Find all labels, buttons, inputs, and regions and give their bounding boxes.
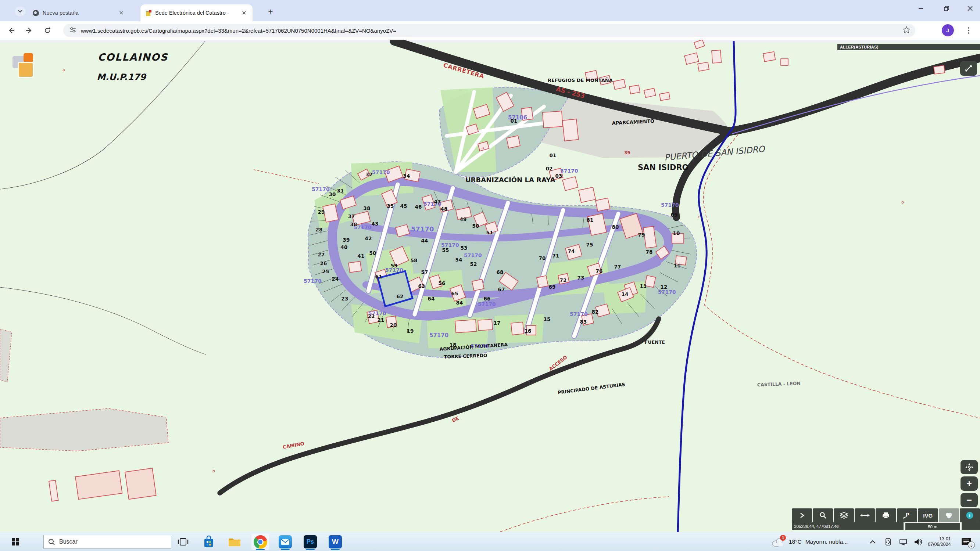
building xyxy=(506,135,520,148)
print-icon[interactable] xyxy=(876,508,896,522)
parcel-number-53: 53 xyxy=(461,245,468,251)
tab-catastro[interactable]: Sede Electrónica del Catastro - xyxy=(140,5,253,21)
parcel-number-61: 61 xyxy=(375,274,382,279)
ivg-button[interactable]: IVG xyxy=(918,508,938,522)
weather-badge: 1 xyxy=(780,535,786,541)
parcel-number-38: 38 xyxy=(364,205,371,211)
reload-icon[interactable] xyxy=(40,24,54,38)
forward-icon[interactable] xyxy=(22,24,36,38)
parcel-number-48: 48 xyxy=(441,206,448,212)
expand-toolbar-icon[interactable] xyxy=(792,508,812,522)
parcel-number-43: 43 xyxy=(372,221,379,227)
map-label-57170: 57170 xyxy=(304,278,321,284)
fullscreen-icon[interactable] xyxy=(960,61,977,76)
parcel-number-51: 51 xyxy=(486,230,493,235)
task-view-button[interactable] xyxy=(174,534,192,550)
parcel-number-12: 12 xyxy=(660,284,668,290)
file-explorer-icon[interactable] xyxy=(226,534,243,550)
photoshop-icon[interactable]: Ps xyxy=(301,534,319,550)
close-button[interactable] xyxy=(956,0,980,17)
search-input[interactable]: Buscar xyxy=(43,535,171,549)
parcel-number-49: 49 xyxy=(460,216,467,222)
site-settings-icon[interactable] xyxy=(69,27,76,35)
svg-text:i: i xyxy=(969,513,970,518)
building xyxy=(781,59,788,65)
mail-icon[interactable] xyxy=(277,534,294,550)
parcel-number-46: 46 xyxy=(415,204,422,210)
new-tab-button[interactable]: + xyxy=(266,6,276,17)
building xyxy=(595,198,610,211)
search-icon xyxy=(48,538,55,545)
weather-label: Mayorm. nubla... xyxy=(805,538,848,545)
parcel-number-01: 01 xyxy=(550,152,557,158)
zoom-search-icon[interactable] xyxy=(813,508,833,522)
parcel-number-81: 81 xyxy=(587,217,593,223)
parcel-number-64: 64 xyxy=(428,296,435,302)
parcel-number-63: 63 xyxy=(418,283,425,289)
back-icon[interactable] xyxy=(5,24,18,38)
parcel-number-41: 41 xyxy=(358,253,365,259)
weather-widget[interactable]: 1 18°C Mayorm. nubla... xyxy=(770,532,848,551)
parcel-number-78: 78 xyxy=(646,249,653,255)
measure-icon[interactable] xyxy=(855,508,875,522)
layers-icon[interactable] xyxy=(834,508,854,522)
start-button[interactable] xyxy=(6,534,24,550)
zoom-in-button[interactable]: + xyxy=(961,476,978,491)
parcel-number-70: 70 xyxy=(539,255,546,261)
parcel-number-09: 09 xyxy=(671,212,678,218)
pan-icon[interactable] xyxy=(961,460,978,474)
statusbar-endcap xyxy=(962,522,980,530)
parcel-number-67: 67 xyxy=(498,286,505,292)
map-viewport[interactable]: COLLAINOSM.U.P.179CARRETERAAS - 253REFUG… xyxy=(0,40,980,532)
phone-link-icon[interactable] xyxy=(885,532,892,551)
map-toolbar: P IVG i xyxy=(792,508,980,522)
parcel-number-57: 57 xyxy=(421,269,428,275)
cadastral-map[interactable]: COLLAINOSM.U.P.179CARRETERAAS - 253REFUG… xyxy=(0,40,980,532)
street-pointer-icon[interactable]: P xyxy=(897,508,917,522)
tab-close-icon[interactable] xyxy=(118,10,125,16)
map-label-57170: 57170 xyxy=(661,202,679,208)
parcel-number-38: 38 xyxy=(350,221,357,227)
bookmark-star-icon[interactable] xyxy=(903,26,910,35)
building xyxy=(478,319,493,330)
word-icon[interactable]: W xyxy=(326,534,344,550)
network-icon[interactable] xyxy=(899,532,908,551)
building xyxy=(712,50,721,63)
minimize-button[interactable] xyxy=(907,0,935,17)
microsoft-store-icon[interactable] xyxy=(200,534,218,550)
parcel-number-32: 32 xyxy=(366,171,373,178)
map-label-57170: 57170 xyxy=(560,168,578,174)
tray-chevron-icon[interactable] xyxy=(870,532,876,551)
clock-widget[interactable]: 13:01 07/06/2024 xyxy=(928,532,951,551)
menu-dots-icon[interactable] xyxy=(962,24,975,38)
map-label-a: a xyxy=(62,68,65,72)
info-icon[interactable]: i xyxy=(960,508,980,522)
parcel-number-24: 24 xyxy=(332,276,339,282)
tab-nueva-pestana[interactable]: Nueva pestaña xyxy=(27,5,130,21)
parcel-number-83: 83 xyxy=(580,319,587,325)
basemaps-icon[interactable] xyxy=(939,508,959,522)
profile-avatar[interactable]: J xyxy=(942,24,954,37)
map-label-39: 39 xyxy=(624,150,630,156)
zoom-out-button[interactable]: − xyxy=(961,493,978,507)
parcel-number-19: 19 xyxy=(407,328,414,334)
map-label-collainos: COLLAINOS xyxy=(98,51,168,63)
chrome-icon[interactable] xyxy=(251,534,269,550)
parcel-number-84: 84 xyxy=(456,300,463,306)
parcel-number-69: 69 xyxy=(549,284,556,290)
address-bar[interactable]: www1.sedecatastro.gob.es/Cartografia/map… xyxy=(63,24,915,37)
catastro-logo xyxy=(13,53,38,77)
tab-close-icon[interactable] xyxy=(241,10,247,16)
parcel-number-13: 13 xyxy=(640,283,647,289)
volume-icon[interactable] xyxy=(914,532,923,551)
map-label-57170: 57170 xyxy=(658,289,676,295)
parcel-number-03: 03 xyxy=(555,173,562,179)
map-label-57170: 57170 xyxy=(570,311,588,317)
parcel-number-21: 21 xyxy=(377,317,385,323)
parcel-number-76: 76 xyxy=(596,268,603,274)
building xyxy=(472,279,484,291)
tab-search-chevron-icon[interactable] xyxy=(15,6,26,16)
parcel-number-58: 58 xyxy=(410,257,418,264)
notification-center-icon[interactable]: 3 xyxy=(961,532,973,551)
url-text[interactable]: www1.sedecatastro.gob.es/Cartografia/map… xyxy=(81,27,396,34)
